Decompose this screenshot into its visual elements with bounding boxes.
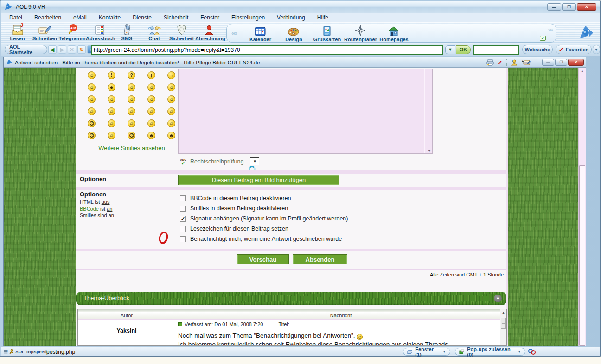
textarea-scroll-down-icon[interactable]: ▼ (428, 149, 431, 153)
smiley-icon[interactable]: ☺ (167, 119, 175, 127)
menu-email[interactable]: eMail (73, 14, 87, 21)
smiley-icon[interactable]: ☹ (88, 119, 96, 127)
add-buddy-icon[interactable]: + (511, 59, 518, 66)
aol-running-logo-icon[interactable] (578, 25, 594, 41)
checkbox-unchecked[interactable] (180, 226, 186, 232)
menu-bearbeiten[interactable]: Bearbeiten (34, 14, 61, 21)
smiley-icon[interactable]: ☺ (128, 119, 135, 127)
scroll-up-icon[interactable]: ▲ (579, 68, 586, 75)
smiley-icon[interactable]: ☺ (147, 119, 155, 127)
menu-datei[interactable]: Datei (9, 14, 22, 21)
search-input[interactable] (473, 45, 519, 55)
tray-check-icon[interactable]: ✓ (540, 36, 546, 41)
smiley-icon[interactable]: ¡ (147, 71, 155, 79)
smiley-icon[interactable]: ☺ (128, 95, 135, 103)
close-button[interactable]: ✕ (577, 3, 596, 11)
smiley-icon[interactable]: ? (128, 71, 135, 79)
checkbox-unchecked[interactable] (180, 236, 186, 242)
add-image-button[interactable]: Diesem Beitrag ein Bild hinzufügen (178, 175, 339, 185)
toolbar-homepages[interactable]: Homepages (377, 24, 410, 42)
print-icon[interactable] (486, 59, 494, 66)
smiley-icon[interactable]: ☺ (147, 83, 155, 91)
spellcheck-check-icon[interactable]: ✓ (497, 59, 503, 66)
checkbox-row[interactable]: Benachrichtigt mich, wenn eine Antwort g… (180, 234, 348, 244)
back-button[interactable]: ◀ (48, 45, 57, 54)
smiley-icon[interactable]: ☺ (147, 95, 155, 103)
checkbox-checked[interactable]: ✓ (180, 216, 186, 222)
websuche-button[interactable]: Websuche (522, 45, 553, 54)
doc-minimize-button[interactable]: ▬ (542, 59, 554, 66)
smiley-icon[interactable]: ☺ (167, 83, 175, 91)
scrollbar-thumb[interactable] (579, 165, 585, 346)
author-name[interactable]: Yaksini (78, 320, 175, 346)
toolbar-abrechnung[interactable]: Abrechnung (195, 23, 223, 41)
menu-hilfe[interactable]: Hilfe (317, 14, 328, 21)
aol-startseite-button[interactable]: AOL Startseite (5, 45, 47, 54)
preview-button[interactable]: Vorschau (237, 254, 289, 264)
url-dropdown-icon[interactable]: ▼ (445, 45, 455, 54)
smiley-icon[interactable]: ☺ (88, 71, 96, 79)
checkbox-row[interactable]: Lesezeichen für diesen Beitrag setzen (180, 224, 348, 234)
menu-dienste[interactable]: Dienste (133, 14, 152, 21)
menu-fenster[interactable]: Fenster (200, 14, 219, 21)
toolbar-schreiben[interactable]: Schreiben (31, 23, 58, 41)
toolbar-design[interactable]: Design (277, 24, 310, 42)
checkbox-row[interactable]: Smilies in diesem Beitrag deaktivieren (180, 203, 348, 213)
menu-sicherheit[interactable]: Sicherheit (164, 14, 188, 21)
smiley-icon[interactable]: ☺ (108, 132, 115, 139)
menu-einstellungen[interactable]: Einstellungen (231, 14, 265, 21)
smiley-icon[interactable]: ☺ (167, 107, 175, 115)
doc-close-button[interactable]: ✕ (568, 59, 584, 66)
smiley-icon[interactable]: ☺ (108, 107, 115, 115)
checkbox-row[interactable]: ✓Signatur anhängen (Signatur kann im Pro… (180, 213, 348, 224)
collapse-overview-icon[interactable]: ▲ (494, 295, 502, 302)
url-input[interactable] (91, 45, 443, 55)
smiley-icon[interactable]: ☺ (128, 83, 135, 91)
refresh-icon[interactable]: ↻ (77, 45, 86, 54)
toolbar-sicherheit[interactable]: Sicherheit (168, 23, 195, 41)
scrollbar-thumb[interactable] (501, 318, 506, 329)
checkbox-row[interactable]: BBCode in diesem Beitrag deaktivieren (180, 193, 348, 203)
spellcheck-label[interactable]: Rechtschreibprüfung (190, 158, 243, 165)
smiley-icon[interactable]: ☺ (147, 107, 155, 115)
checkbox-unchecked[interactable] (180, 206, 186, 212)
smiley-icon[interactable]: ☺ (108, 95, 115, 103)
fenster-dropdown[interactable]: Fenster (1) ▼ (403, 348, 450, 356)
menu-verbindung[interactable]: Verbindung (277, 14, 305, 21)
smiley-icon[interactable]: ☻ (147, 132, 155, 139)
collapse-left-icon[interactable]: «« (231, 30, 236, 37)
ok-button[interactable]: OK (456, 45, 471, 54)
smiley-icon[interactable]: ☺ (167, 95, 175, 103)
scroll-up-icon[interactable]: ▲ (500, 309, 506, 315)
smiley-icon[interactable]: ☺ (88, 83, 96, 91)
smiley-icon[interactable]: ☺ (128, 107, 135, 115)
favoriten-button[interactable]: ✓ Favoriten (556, 45, 592, 54)
smiley-icon[interactable]: ☺ (88, 107, 96, 115)
restore-button[interactable]: ❐ (562, 3, 576, 11)
stop-button[interactable]: ✕ (68, 45, 76, 54)
toolbar-grusskarten[interactable]: Grußkarten (310, 24, 344, 42)
smiley-icon[interactable]: ! (108, 71, 115, 79)
toolbar-kalender[interactable]: Kalender (243, 24, 277, 42)
spellcheck-dropdown-icon[interactable]: ▼ (250, 157, 259, 165)
smiley-icon[interactable]: ☹ (128, 132, 135, 139)
checkbox-unchecked[interactable] (180, 195, 186, 201)
doc-restore-button[interactable]: ❐ (555, 59, 567, 66)
toolbar-telegramm[interactable]: AIM Telegramm (58, 23, 86, 41)
menu-kontakte[interactable]: Kontakte (99, 14, 121, 21)
toolbar-routenplaner[interactable]: Routenplaner (344, 24, 377, 42)
minimize-button[interactable]: ▬ (547, 3, 561, 11)
more-smilies-link[interactable]: Weitere Smilies ansehen (76, 144, 187, 151)
smiley-icon[interactable]: ☺ (108, 119, 115, 127)
collapse-right-icon[interactable]: »» (548, 27, 552, 33)
forward-button[interactable]: ▶ (58, 45, 66, 54)
smiley-icon[interactable]: ☺ (88, 95, 96, 103)
toolbar-lesen[interactable]: 3 Lesen (4, 23, 31, 41)
message-textarea[interactable]: ▼ (178, 69, 433, 154)
page-scrollbar[interactable]: ▲ (578, 68, 586, 346)
compose-note-icon[interactable]: + (522, 59, 531, 66)
link-rings-icon[interactable] (528, 348, 537, 355)
popups-dropdown[interactable]: Pop-ups zulassen (0) ▼ (455, 348, 525, 356)
table-scrollbar[interactable]: ▲ (500, 309, 506, 345)
toolbar-adressbuch[interactable]: Adressbuch (86, 23, 113, 41)
